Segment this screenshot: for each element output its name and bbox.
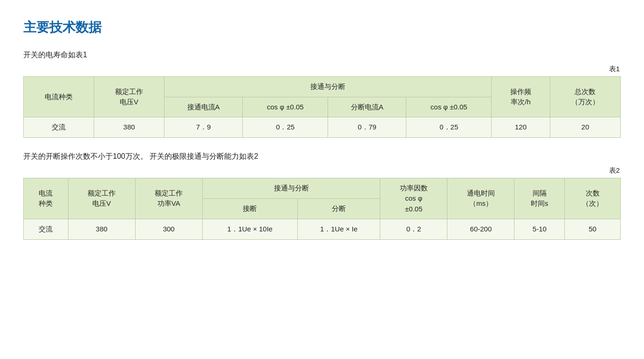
td-op-freq: 120 [492,117,550,138]
th2-current-type: 电流种类 [24,178,69,219]
td2-power-factor: 0．2 [380,219,447,240]
td2-on-time: 60-200 [447,219,514,240]
section1-intro: 开关的电寿命如表1 [23,50,621,60]
th-cos1: cos φ ±0.05 [243,97,328,117]
th-cos2: cos φ ±0.05 [406,97,492,117]
th2-count: 次数（次） [565,178,621,219]
td-current-type: 交流 [24,117,94,138]
th2-rated-power: 额定工作功率VA [135,178,202,219]
th-disconnect-current: 分断电流A [328,97,406,117]
section2-intro: 开关的开断操作次数不小于100万次。 开关的极限接通与分断能力如表2 [23,152,621,162]
th-connect-disconnect: 接通与分断 [164,77,492,97]
table1-label: 表1 [23,65,621,74]
td2-current-type: 交流 [24,219,69,240]
td2-rated-voltage: 380 [68,219,135,240]
page-title: 主要技术数据 [23,19,621,36]
th2-power-factor: 功率因数cos φ±0.05 [380,178,447,219]
td-disconnect-current: 0．79 [328,117,406,138]
th2-interval: 间隔时间s [514,178,565,219]
table2-label: 表2 [23,166,621,175]
table1: 电流种类 额定工作电压V 接通与分断 操作频率次/h 总次数（万次） 接通电流A… [23,76,621,138]
td2-interval: 5-10 [514,219,565,240]
td2-count: 50 [565,219,621,240]
table-row: 交流 380 7．9 0．25 0．79 0．25 120 20 [24,117,621,138]
th-op-freq: 操作频率次/h [492,77,550,117]
td-cos1: 0．25 [243,117,328,138]
td-cos2: 0．25 [406,117,492,138]
th2-connect-disconnect: 接通与分断 [202,178,380,198]
td2-connect: 1．1Ue × 10Ie [202,219,297,240]
th-total-count: 总次数（万次） [550,77,620,117]
td2-rated-power: 300 [135,219,202,240]
th2-on-time: 通电时间（ms） [447,178,514,219]
td-rated-voltage: 380 [94,117,164,138]
th-connect-current: 接通电流A [164,97,243,117]
th2-rated-voltage: 额定工作电压V [68,178,135,219]
table-row: 交流 380 300 1．1Ue × 10Ie 1．1Ue × Ie 0．2 6… [24,219,621,240]
th2-connect: 接断 [202,198,297,219]
table2: 电流种类 额定工作电压V 额定工作功率VA 接通与分断 功率因数cos φ±0.… [23,178,621,240]
th-rated-voltage: 额定工作电压V [94,77,164,117]
th2-disconnect: 分断 [298,198,380,219]
td-total-count: 20 [550,117,620,138]
th-current-type: 电流种类 [24,77,94,117]
td-connect-current: 7．9 [164,117,243,138]
td2-disconnect: 1．1Ue × Ie [298,219,380,240]
